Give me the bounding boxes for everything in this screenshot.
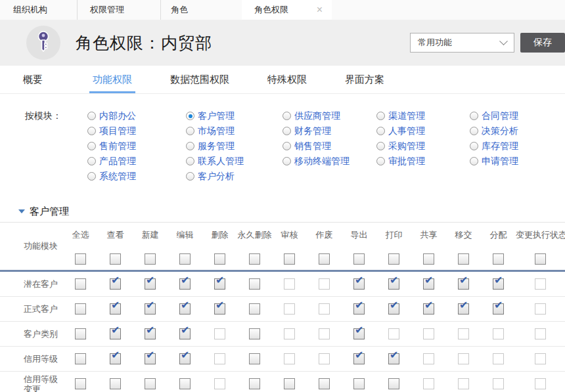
permission-checkbox[interactable]: ✔ — [145, 353, 156, 364]
permission-checkbox[interactable]: ✔ — [179, 303, 191, 315]
permission-checkbox[interactable]: ✔ — [179, 278, 191, 290]
module-radio[interactable]: 内部办公 — [87, 108, 186, 123]
window-tab-2[interactable]: 权限管理 — [78, 0, 161, 20]
permission-checkbox[interactable]: ✔ — [423, 278, 434, 290]
permission-checkbox[interactable] — [75, 303, 86, 315]
module-radio[interactable]: 库存管理 — [470, 139, 518, 154]
permission-checkbox[interactable]: ✔ — [110, 328, 121, 339]
permission-checkbox[interactable] — [353, 378, 365, 389]
permission-checkbox[interactable]: ✔ — [179, 328, 191, 339]
permission-checkbox[interactable]: ✔ — [388, 353, 399, 364]
module-radio[interactable]: 市场管理 — [186, 123, 282, 139]
module-radio[interactable]: 售前管理 — [87, 139, 186, 154]
permission-checkbox[interactable] — [535, 253, 546, 265]
permission-checkbox[interactable] — [179, 378, 191, 389]
permission-checkbox[interactable] — [249, 253, 260, 265]
permission-checkbox[interactable] — [388, 253, 399, 265]
permission-checkbox[interactable] — [75, 378, 86, 389]
permission-checkbox[interactable] — [423, 253, 434, 265]
permission-checkbox[interactable] — [249, 278, 260, 290]
permission-checkbox[interactable] — [249, 328, 260, 339]
permission-checkbox[interactable]: ✔ — [493, 278, 504, 290]
permission-checkbox — [458, 378, 469, 389]
permission-checkbox[interactable]: ✔ — [214, 303, 225, 315]
module-radio[interactable]: 联系人管理 — [186, 154, 282, 169]
permission-checkbox[interactable] — [145, 378, 156, 389]
permission-checkbox[interactable]: ✔ — [353, 303, 365, 315]
permission-checkbox[interactable]: ✔ — [145, 278, 156, 290]
permission-checkbox[interactable] — [353, 253, 365, 265]
module-radio[interactable]: 人事管理 — [376, 123, 470, 139]
permission-checkbox[interactable] — [75, 328, 86, 339]
permission-checkbox[interactable] — [388, 378, 399, 389]
permission-checkbox[interactable] — [319, 378, 330, 389]
save-button[interactable]: 保存 — [520, 33, 565, 53]
permission-checkbox[interactable]: ✔ — [353, 278, 365, 290]
permission-checkbox[interactable] — [179, 253, 191, 265]
permission-checkbox[interactable] — [75, 353, 86, 364]
permission-checkbox[interactable]: ✔ — [388, 278, 399, 290]
permission-checkbox[interactable]: ✔ — [145, 328, 156, 339]
close-icon[interactable]: × — [317, 5, 323, 15]
tab-2[interactable]: 功能权限 — [89, 66, 135, 93]
permission-checkbox[interactable]: ✔ — [110, 353, 121, 364]
module-radio[interactable]: 移动终端管理 — [282, 154, 376, 169]
section-header[interactable]: 客户管理 — [0, 201, 565, 222]
permission-checkbox[interactable] — [214, 253, 225, 265]
module-radio[interactable]: 财务管理 — [282, 123, 376, 139]
module-radio[interactable]: 客户管理 — [186, 108, 282, 123]
module-radio[interactable]: 客户分析 — [186, 169, 282, 184]
permission-checkbox[interactable]: ✔ — [110, 278, 121, 290]
permission-checkbox[interactable] — [284, 253, 295, 265]
permission-checkbox[interactable]: ✔ — [179, 353, 191, 364]
permission-checkbox[interactable]: ✔ — [458, 278, 469, 290]
module-radio-label: 渠道管理 — [388, 110, 425, 122]
module-radio[interactable]: 系统管理 — [87, 169, 186, 184]
permission-checkbox[interactable] — [458, 253, 469, 265]
module-radio-label: 联系人管理 — [198, 156, 244, 167]
check-icon: ✔ — [111, 275, 120, 286]
module-radio[interactable]: 采购管理 — [376, 139, 470, 154]
permission-checkbox[interactable] — [75, 253, 86, 265]
window-tab-3[interactable]: 角色 — [161, 0, 242, 20]
permission-checkbox[interactable]: ✔ — [423, 303, 434, 315]
permission-checkbox[interactable]: ✔ — [493, 303, 504, 315]
tab-1[interactable]: 概要 — [20, 66, 46, 93]
permission-checkbox[interactable] — [493, 253, 504, 265]
module-radio[interactable]: 项目管理 — [87, 123, 186, 139]
permission-checkbox[interactable]: ✔ — [458, 303, 469, 315]
permission-checkbox[interactable] — [75, 278, 86, 290]
check-icon: ✔ — [181, 300, 189, 311]
permission-checkbox[interactable] — [249, 378, 260, 389]
function-dropdown[interactable]: 常用功能 — [410, 33, 514, 53]
permission-checkbox[interactable]: ✔ — [214, 278, 225, 290]
permission-checkbox[interactable] — [110, 253, 121, 265]
tab-3[interactable]: 数据范围权限 — [167, 66, 233, 93]
permission-checkbox[interactable]: ✔ — [110, 303, 121, 315]
check-icon: ✔ — [390, 275, 398, 286]
module-radio[interactable]: 申请管理 — [470, 154, 518, 169]
permission-checkbox[interactable] — [249, 303, 260, 315]
permission-checkbox[interactable]: ✔ — [353, 353, 365, 364]
module-radio[interactable]: 供应商管理 — [282, 108, 376, 123]
window-tab-1[interactable]: 组织机构 — [0, 0, 78, 20]
module-radio[interactable]: 合同管理 — [470, 108, 518, 123]
module-radio[interactable]: 产品管理 — [87, 154, 186, 169]
permission-checkbox[interactable]: ✔ — [145, 303, 156, 315]
module-radio[interactable]: 审批管理 — [376, 154, 470, 169]
module-radio[interactable]: 决策分析 — [470, 123, 518, 139]
permission-checkbox[interactable] — [284, 378, 295, 389]
module-radio[interactable]: 销售管理 — [282, 139, 376, 154]
module-radio[interactable]: 服务管理 — [186, 139, 282, 154]
tab-4[interactable]: 特殊权限 — [264, 66, 310, 93]
permission-checkbox[interactable]: ✔ — [388, 303, 399, 315]
permission-checkbox[interactable] — [110, 378, 121, 389]
tab-5[interactable]: 界面方案 — [342, 66, 388, 93]
permission-checkbox[interactable] — [319, 253, 330, 265]
window-tab-4[interactable]: 角色权限× — [242, 0, 332, 20]
module-radio[interactable]: 渠道管理 — [376, 108, 470, 123]
permission-checkbox[interactable] — [249, 353, 260, 364]
permission-checkbox[interactable]: ✔ — [353, 328, 365, 339]
permission-checkbox[interactable] — [145, 253, 156, 265]
checkbox-cell — [376, 328, 411, 339]
